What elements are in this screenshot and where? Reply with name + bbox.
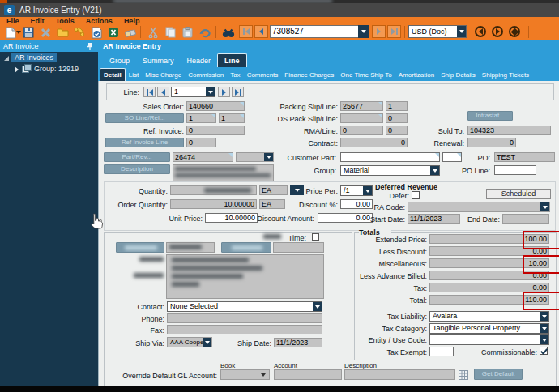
phone-icon[interactable] — [73, 26, 86, 39]
sidebar-item-ar-invoices[interactable]: AR Invoices — [11, 53, 57, 62]
tab-header[interactable]: Header — [181, 54, 218, 67]
customer-button[interactable] — [116, 242, 164, 253]
back-icon[interactable] — [475, 26, 486, 37]
last-record-icon[interactable] — [387, 25, 401, 38]
po-line-field[interactable] — [494, 165, 536, 175]
packing-slip-field[interactable]: 25677 — [340, 101, 383, 111]
price-per-select[interactable]: /1 — [340, 185, 373, 196]
currency-dropdown-icon[interactable] — [457, 25, 467, 38]
get-default-button[interactable]: Get Default — [474, 369, 523, 380]
undo-icon[interactable] — [198, 26, 211, 39]
copy-doc-icon[interactable] — [90, 26, 103, 39]
tab-misc-charge[interactable]: Misc Charge — [142, 69, 185, 81]
defer-checkbox[interactable] — [412, 191, 420, 199]
first-record-icon[interactable] — [239, 25, 253, 38]
order-quantity-field[interactable]: 10.00000 — [170, 199, 257, 209]
tab-list[interactable]: List — [126, 69, 142, 81]
new-dropdown-icon[interactable] — [15, 26, 21, 39]
ref-invoice-line-button[interactable]: Ref Invoice Line — [105, 138, 184, 147]
tree-collapsed-icon[interactable] — [15, 66, 19, 73]
customer-part-field[interactable] — [340, 152, 440, 162]
tab-commission[interactable]: Commission — [185, 69, 227, 81]
group-select[interactable]: Material — [340, 165, 440, 176]
currency-select[interactable]: USD (Doc) — [408, 25, 467, 38]
record-dropdown-icon[interactable] — [358, 25, 369, 38]
commissionable-checkbox[interactable] — [540, 347, 548, 355]
menu-help[interactable]: Help — [124, 17, 140, 26]
clear-icon[interactable] — [124, 26, 137, 39]
tab-comments[interactable]: Comments — [244, 69, 282, 81]
tab-shipping-tickets[interactable]: Shipping Tickets — [479, 69, 532, 81]
menu-tools[interactable]: Tools — [56, 17, 75, 26]
gl-book-select[interactable] — [220, 369, 270, 380]
ra-code-dropdown-icon[interactable] — [540, 202, 550, 212]
line-previous-icon[interactable] — [157, 87, 169, 97]
part-rev-dropdown-icon[interactable] — [264, 152, 274, 162]
ref-invoice-line-field[interactable]: 0 — [186, 138, 216, 147]
tax-liability-dropdown-icon[interactable] — [540, 311, 549, 322]
tab-group[interactable]: Group — [103, 54, 136, 67]
tree-expand-icon[interactable] — [4, 56, 9, 61]
entity-use-code-select[interactable] — [429, 334, 549, 345]
description-button[interactable]: Description — [104, 164, 170, 174]
so-line-rel-button[interactable]: SO Line/Rel... — [105, 113, 184, 123]
sold-to-field[interactable]: 104323 — [467, 126, 551, 135]
menu-actions[interactable]: Actions — [86, 17, 113, 26]
po-field[interactable]: TEST — [494, 152, 555, 162]
line-next-icon[interactable] — [218, 87, 230, 97]
phone-field[interactable] — [167, 313, 322, 323]
save-icon[interactable] — [22, 26, 35, 39]
part-field[interactable]: 26474 — [173, 152, 233, 162]
group-dropdown-icon[interactable] — [430, 165, 440, 176]
paste-icon[interactable] — [181, 26, 194, 39]
tax-liability-select[interactable]: Avalara — [429, 311, 549, 322]
tab-line[interactable]: Line — [217, 53, 247, 67]
ship-via-dropdown-icon[interactable] — [203, 337, 212, 347]
ship-via-select[interactable]: AAA Cooper — [167, 337, 212, 347]
sales-order-field[interactable]: 140660 — [186, 101, 245, 111]
tab-one-time-ship-to[interactable]: One Time Ship To — [337, 69, 395, 81]
tax-category-select[interactable]: Tangible Personal Property — [429, 323, 549, 334]
part-rev-select[interactable] — [236, 152, 274, 162]
tax-exempt-field[interactable] — [429, 347, 454, 356]
excel-icon[interactable] — [107, 26, 120, 39]
copy-icon[interactable] — [164, 26, 177, 39]
so-line-field[interactable]: 1 — [186, 113, 216, 123]
next-record-icon[interactable] — [372, 25, 386, 38]
so-rel-field[interactable]: 1 — [219, 113, 245, 123]
sidebar-item-group[interactable]: Group: 12919 — [34, 65, 79, 73]
line-number-select[interactable]: 1 — [171, 87, 215, 97]
gl-book-dropdown-icon[interactable] — [261, 373, 266, 377]
menu-file[interactable]: File — [6, 17, 19, 26]
ref-invoice-field[interactable]: 0 — [186, 126, 245, 135]
gl-description-field[interactable] — [344, 369, 455, 380]
folder-icon[interactable] — [56, 26, 69, 39]
line-first-icon[interactable] — [143, 87, 156, 97]
ra-code-select[interactable] — [408, 202, 550, 212]
start-date-field[interactable]: 11/1/2023 — [408, 214, 460, 224]
tab-tax[interactable]: Tax — [227, 69, 243, 81]
previous-record-icon[interactable] — [254, 25, 268, 38]
renewal-field[interactable]: 0 — [467, 138, 516, 147]
ship-to-id-field[interactable] — [273, 242, 324, 253]
contact-select[interactable]: None Selected — [167, 301, 322, 312]
forward-icon[interactable] — [492, 26, 503, 37]
line-last-icon[interactable] — [232, 87, 244, 97]
record-search-input[interactable]: 7308527 — [270, 25, 359, 38]
jump-icon[interactable] — [509, 26, 520, 37]
ds-pack-slip-field[interactable] — [340, 113, 383, 123]
tab-ship-details[interactable]: Ship Details — [437, 69, 479, 81]
menu-edit[interactable]: Edit — [31, 17, 45, 26]
tab-summary[interactable]: Summary — [136, 54, 181, 67]
ship-to-button[interactable] — [221, 242, 271, 253]
grid-icon[interactable] — [459, 370, 468, 380]
intrastat-button[interactable]: Intrastat... — [467, 111, 513, 121]
end-date-field[interactable] — [502, 214, 549, 224]
search-icon[interactable] — [222, 26, 235, 39]
delete-icon[interactable] — [39, 26, 52, 39]
rma-line-field[interactable]: 0 — [386, 126, 408, 135]
contact-dropdown-icon[interactable] — [313, 301, 322, 312]
contract-field[interactable]: 0 — [340, 138, 408, 147]
packing-line-field[interactable]: 1 — [386, 101, 408, 111]
ds-pack-line-field[interactable]: 0 — [386, 113, 408, 123]
